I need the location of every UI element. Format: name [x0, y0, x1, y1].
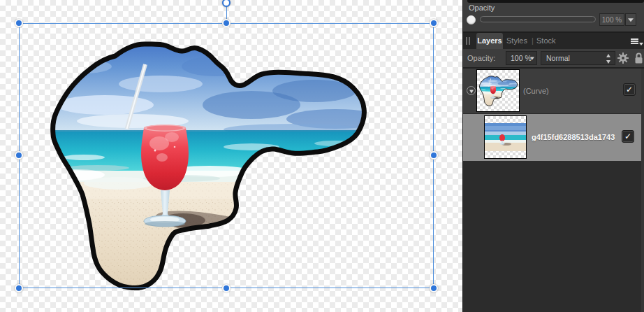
handle-top-left[interactable]	[15, 19, 23, 27]
opacity-value-dropdown[interactable]	[625, 13, 636, 26]
canvas-area[interactable]	[0, 0, 462, 312]
app-window: Opacity 100 % Layers Styles | Stock Opac…	[0, 0, 644, 312]
curve-clipped-image[interactable]	[0, 0, 462, 312]
handle-bottom-right[interactable]	[430, 284, 438, 292]
handle-middle-right[interactable]	[430, 151, 438, 159]
panel-menu-caret-icon	[639, 43, 643, 45]
handle-bottom-left[interactable]	[15, 284, 23, 292]
tab-divider: |	[532, 33, 534, 49]
layer-label: g4f15fd6288513da1743	[532, 132, 615, 142]
panel-top-groove	[467, 0, 644, 3]
tab-stock[interactable]: Stock	[536, 33, 556, 49]
opacity-slider-knob[interactable]	[467, 15, 476, 24]
tab-layers[interactable]: Layers	[476, 33, 503, 49]
opacity-value-box[interactable]: 100 %	[599, 13, 624, 26]
layer-visibility-checkbox[interactable]: ✓	[622, 130, 634, 143]
panel-menu-icon[interactable]	[631, 38, 638, 44]
chevron-down-icon	[628, 18, 634, 22]
layers-scrollbar-track[interactable]	[641, 69, 644, 312]
handle-middle-left[interactable]	[15, 151, 23, 159]
right-panel: Opacity 100 % Layers Styles | Stock Opac…	[462, 0, 644, 312]
blend-mode-value: Normal	[546, 54, 570, 62]
layers-controls-row: Opacity: 100 % Normal	[463, 49, 644, 67]
expand-collapse-icon[interactable]	[467, 86, 476, 95]
gear-icon[interactable]	[617, 52, 629, 64]
layer-row-curve[interactable]: (Curve) ✓	[463, 69, 644, 114]
handle-bottom-center[interactable]	[222, 284, 230, 292]
layer-thumbnail-curve[interactable]	[476, 69, 520, 112]
layer-visibility-checkbox[interactable]: ✓	[623, 83, 636, 96]
layer-opacity-dropdown[interactable]: 100 %	[506, 51, 537, 65]
layer-opacity-value: 100 %	[511, 54, 532, 62]
layer-label: (Curve)	[523, 86, 549, 96]
panel-tabbar: Layers Styles | Stock	[463, 33, 644, 49]
stepper-arrows-icon	[606, 54, 611, 64]
handle-top-right[interactable]	[430, 19, 438, 27]
layer-row-image-selected[interactable]: g4f15fd6288513da1743 ✓	[463, 114, 644, 161]
handle-top-center[interactable]	[222, 19, 230, 27]
lock-icon[interactable]	[634, 52, 643, 64]
layer-opacity-label: Opacity:	[467, 54, 495, 62]
panel-grip-icon[interactable]	[466, 37, 471, 45]
layers-list: (Curve) ✓	[463, 69, 644, 312]
layer-thumbnail-image[interactable]	[484, 115, 527, 159]
opacity-section-label: Opacity	[469, 3, 495, 12]
tab-styles[interactable]: Styles	[506, 33, 527, 49]
blend-mode-dropdown[interactable]: Normal	[541, 51, 615, 65]
chevron-down-icon	[530, 57, 534, 60]
opacity-slider-track[interactable]	[480, 16, 596, 22]
